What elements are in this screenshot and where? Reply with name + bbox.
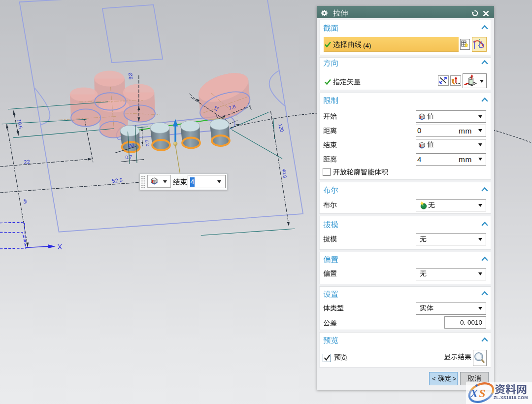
svg-text:S: S	[479, 387, 486, 400]
svg-text:X: X	[470, 387, 478, 400]
svg-text:X: X	[58, 243, 63, 251]
